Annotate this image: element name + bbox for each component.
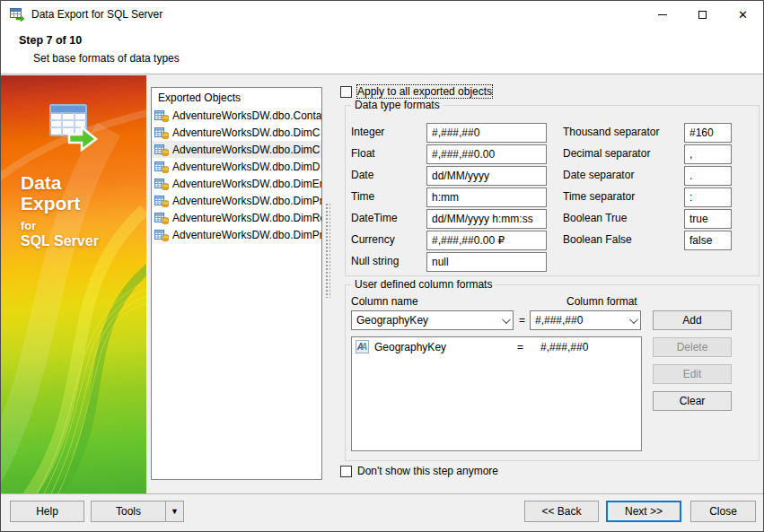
- currency-format-input[interactable]: [426, 231, 547, 250]
- brand-line-data: Data: [21, 172, 99, 193]
- exported-objects-header: Exported Objects: [152, 88, 321, 107]
- column-format-combobox[interactable]: #,###,##0: [530, 310, 641, 330]
- table-icon: [154, 126, 169, 140]
- edit-button[interactable]: Edit: [653, 364, 732, 384]
- apply-to-all-label: Apply to all exported objects: [357, 85, 492, 98]
- boolean-true-input[interactable]: [684, 209, 732, 229]
- float-format-input[interactable]: [426, 144, 547, 164]
- exported-object-row[interactable]: AdventureWorksDW.dbo.DimRe: [152, 209, 321, 226]
- exported-object-name: AdventureWorksDW.dbo.DimRe: [172, 212, 321, 224]
- field-label-datetime: DateTime: [351, 212, 398, 224]
- exported-object-row[interactable]: AdventureWorksDW.dbo.DimC: [152, 124, 321, 141]
- dont-show-step-checkbox[interactable]: Don't show this step anymore: [340, 465, 498, 477]
- field-label-thousand-separator: Thousand separator: [563, 126, 659, 138]
- tools-dropdown-button[interactable]: ▼: [165, 501, 184, 522]
- field-label-currency: Currency: [351, 233, 395, 246]
- datetime-format-input[interactable]: [426, 209, 547, 229]
- dont-show-step-label: Don't show this step anymore: [357, 465, 498, 477]
- field-label-null-string: Null string: [351, 255, 399, 267]
- maximize-button[interactable]: [682, 1, 723, 28]
- field-label-decimal-separator: Decimal separator: [563, 147, 650, 160]
- thousand-separator-input[interactable]: [684, 123, 732, 143]
- help-button[interactable]: Help: [10, 501, 84, 522]
- step-subtitle: Set base formats of data types: [33, 52, 180, 65]
- exported-object-name: AdventureWorksDW.dbo.Conta: [172, 109, 321, 122]
- step-header: Step 7 of 10 Set base formats of data ty…: [1, 28, 763, 74]
- close-wizard-button[interactable]: Close: [690, 501, 756, 522]
- close-icon: ✕: [738, 9, 748, 21]
- decimal-separator-input[interactable]: [684, 144, 732, 164]
- time-separator-input[interactable]: [684, 188, 732, 207]
- table-icon: [154, 211, 169, 225]
- boolean-false-input[interactable]: [684, 231, 732, 250]
- user-defined-format-row[interactable]: AA GeographyKey = #,###,##0: [352, 337, 641, 356]
- field-label-integer: Integer: [351, 126, 384, 138]
- column-format-value: #,###,##0: [535, 314, 583, 327]
- sidebar-table-export-icon: [48, 100, 100, 153]
- tools-button[interactable]: Tools: [91, 501, 165, 522]
- integer-format-input[interactable]: [426, 123, 547, 143]
- clear-button[interactable]: Clear: [653, 391, 732, 411]
- time-format-input[interactable]: [426, 188, 547, 207]
- exported-object-row-selected[interactable]: AdventureWorksDW.dbo.DimC: [152, 141, 321, 158]
- exported-object-name: AdventureWorksDW.dbo.DimPr: [172, 229, 321, 241]
- table-icon: [154, 228, 169, 242]
- checkbox-box[interactable]: [340, 466, 352, 477]
- sidebar-brand-text: Data Export for SQL Server: [21, 172, 99, 249]
- next-button[interactable]: Next >>: [606, 501, 681, 522]
- group-title: Data type formats: [351, 99, 443, 111]
- chevron-down-icon[interactable]: [624, 311, 640, 329]
- dropdown-arrow-icon: ▼: [171, 507, 179, 516]
- window-controls: ✕: [642, 1, 763, 28]
- field-label-time: Time: [351, 190, 374, 203]
- brand-line-export: Export: [21, 193, 99, 214]
- user-defined-formats-group: User defined column formats Column name …: [345, 284, 760, 461]
- field-label-boolean-true: Boolean True: [563, 212, 627, 224]
- equals-sign: =: [519, 314, 525, 327]
- back-button[interactable]: << Back: [524, 501, 599, 522]
- brand-line-sqlserver: SQL Server: [21, 233, 99, 249]
- footer-bar: Help Tools ▼ << Back Next >> Close: [1, 493, 763, 532]
- field-label-time-separator: Time separator: [563, 190, 635, 203]
- content-area: Data Export for SQL Server Exported Obje…: [1, 75, 763, 493]
- app-icon: [10, 7, 24, 22]
- exported-object-row[interactable]: AdventureWorksDW.dbo.Conta: [152, 107, 321, 124]
- format-row-column-name: GeographyKey: [374, 341, 500, 353]
- table-icon: [154, 194, 169, 208]
- close-button[interactable]: ✕: [723, 1, 763, 28]
- format-row-equals: =: [500, 341, 540, 353]
- column-name-combobox[interactable]: GeographyKey: [351, 310, 514, 330]
- chevron-down-icon[interactable]: [496, 311, 513, 329]
- exported-objects-list[interactable]: Exported Objects AdventureWorksDW.dbo.Co…: [151, 87, 322, 480]
- exported-object-row[interactable]: AdventureWorksDW.dbo.DimPr: [152, 192, 321, 209]
- titlebar: Data Export for SQL Server ✕: [1, 1, 763, 28]
- exported-object-row[interactable]: AdventureWorksDW.dbo.DimEm: [152, 175, 321, 192]
- user-defined-formats-list[interactable]: AA GeographyKey = #,###,##0: [351, 336, 642, 451]
- field-label-float: Float: [351, 147, 375, 160]
- exported-object-name: AdventureWorksDW.dbo.DimD: [172, 161, 321, 173]
- date-separator-input[interactable]: [684, 166, 732, 186]
- exported-object-name: AdventureWorksDW.dbo.DimC: [172, 126, 321, 139]
- maximize-icon: [698, 11, 707, 19]
- column-format-icon: AA: [356, 340, 369, 353]
- format-row-format: #,###,##0: [540, 341, 588, 353]
- column-name-label: Column name: [351, 295, 418, 308]
- table-icon: [154, 160, 169, 174]
- wizard-window: Data Export for SQL Server ✕ Step 7 of 1…: [0, 0, 764, 532]
- data-type-formats-group: Data type formats Integer Float Date Tim…: [345, 105, 760, 276]
- window-title: Data Export for SQL Server: [31, 8, 162, 21]
- add-button[interactable]: Add: [653, 310, 732, 330]
- exported-object-row[interactable]: AdventureWorksDW.dbo.DimPr: [152, 226, 321, 243]
- column-name-value: GeographyKey: [356, 314, 428, 327]
- exported-object-row[interactable]: AdventureWorksDW.dbo.DimD: [152, 158, 321, 175]
- date-format-input[interactable]: [426, 166, 547, 186]
- exported-object-name: AdventureWorksDW.dbo.DimC: [172, 144, 321, 156]
- delete-button[interactable]: Delete: [653, 337, 732, 357]
- panel-splitter[interactable]: [325, 203, 330, 298]
- apply-to-all-checkbox[interactable]: Apply to all exported objects: [340, 85, 492, 98]
- table-icon: [154, 143, 169, 157]
- table-icon: [154, 109, 169, 123]
- null-string-input[interactable]: [426, 252, 547, 272]
- checkbox-box[interactable]: [340, 86, 352, 98]
- minimize-button[interactable]: [642, 1, 682, 28]
